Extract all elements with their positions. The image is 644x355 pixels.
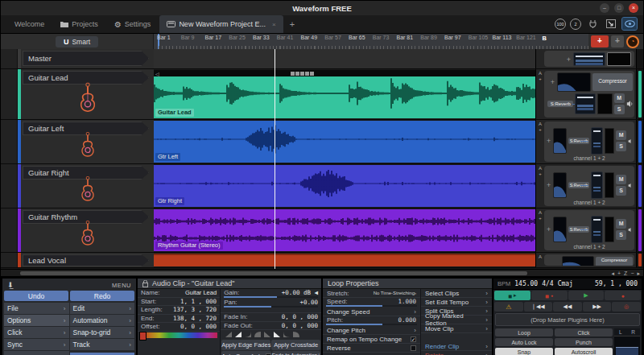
automation-icon[interactable]: A bbox=[539, 166, 542, 171]
master-volume-plugin[interactable] bbox=[573, 52, 605, 66]
zoom-controls[interactable]: ◂ + Z − ▸ bbox=[612, 270, 641, 277]
zoom-out-icon[interactable]: − bbox=[630, 270, 634, 277]
menu-edit[interactable]: Edit› bbox=[70, 303, 135, 314]
master-lane[interactable] bbox=[154, 49, 535, 68]
snap-toggle[interactable]: Snap bbox=[495, 348, 553, 355]
track-row-guitar-rhythm[interactable]: Guitar Rhythm Rhythm Guitar (Stereo) A+ bbox=[1, 208, 643, 253]
zoom-fit-icon[interactable]: Z bbox=[624, 270, 627, 277]
tab-settings[interactable]: ⚙ Settings bbox=[107, 15, 159, 33]
clip-name-field[interactable]: Name:Guitar Lead bbox=[138, 289, 220, 298]
tab-welcome[interactable]: Welcome bbox=[7, 15, 52, 33]
track-name-chip[interactable]: Lead Vocal bbox=[23, 254, 149, 266]
clip-lead-vocal[interactable] bbox=[154, 254, 535, 266]
return-to-start-button[interactable]: ❘◀◀ bbox=[524, 302, 553, 312]
apply-crossfade-button[interactable]: Apply Crossfade bbox=[271, 340, 320, 350]
clip-start-field[interactable]: Start:1, 1 , 000 bbox=[138, 298, 220, 307]
track-row-guitar-lead[interactable]: Guitar Lead ◁ Guitar Lead A+ bbox=[1, 69, 643, 120]
clip-gtr-right[interactable]: Gtr Right bbox=[154, 165, 535, 207]
level-curve-plugin[interactable] bbox=[553, 217, 566, 242]
add-plugin-icon[interactable]: + bbox=[546, 225, 551, 233]
stop-record-button[interactable]: ◼● bbox=[531, 291, 568, 300]
checkbox-checked-icon[interactable]: ✓ bbox=[411, 336, 416, 342]
counter-gauge[interactable]: 2 bbox=[570, 19, 581, 30]
render-clip-button[interactable]: Render Clip› bbox=[421, 342, 492, 351]
solo-button[interactable]: S bbox=[616, 186, 626, 196]
click-toggle[interactable]: Click bbox=[555, 328, 613, 336]
loop-toggle[interactable]: Loop bbox=[495, 328, 553, 336]
volume-plugin[interactable] bbox=[591, 216, 603, 243]
gain-slider[interactable] bbox=[224, 296, 318, 298]
reverse-checkbox[interactable]: Reverse bbox=[323, 344, 420, 353]
mute-button[interactable]: M bbox=[616, 219, 626, 229]
redo-button[interactable]: Redo bbox=[70, 291, 134, 301]
level-curve-plugin[interactable] bbox=[562, 256, 594, 266]
menu-automation[interactable]: Automation› bbox=[70, 315, 135, 326]
scroll-right-icon[interactable]: ▸ bbox=[637, 270, 640, 277]
solo-button[interactable]: S bbox=[616, 142, 626, 151]
clip-toolbar-icons[interactable] bbox=[291, 72, 314, 76]
clip-rhythm-guitar[interactable]: Rhythm Guitar (Stereo) bbox=[154, 209, 535, 251]
close-button[interactable]: × bbox=[629, 3, 638, 13]
clip-header-bar[interactable]: ◁ bbox=[154, 70, 535, 76]
volume-plugin[interactable] bbox=[575, 93, 595, 114]
compressor-plugin[interactable]: Compressor bbox=[596, 257, 633, 266]
menu-snap-to-grid[interactable]: Snap-to-grid› bbox=[70, 327, 135, 338]
warning-icon[interactable]: ⚠ bbox=[494, 302, 523, 312]
rewind-button[interactable]: ◀◀ bbox=[553, 302, 582, 312]
checkbox-icon[interactable] bbox=[411, 345, 416, 351]
speaker-icon[interactable] bbox=[628, 182, 633, 189]
remap-checkbox[interactable]: Remap on Tempo Change✓ bbox=[323, 335, 420, 344]
level-curve-plugin[interactable] bbox=[553, 128, 566, 154]
volume-plugin[interactable] bbox=[591, 127, 603, 155]
select-clips-button[interactable]: Select Clips› bbox=[421, 289, 492, 298]
clip-offset-field[interactable]: Offset:0, 0 , 000 bbox=[138, 323, 220, 332]
horizontal-scrollbar[interactable]: ◂ + Z − ▸ bbox=[1, 269, 643, 276]
pitch-field[interactable]: Pitch:0.000 bbox=[323, 316, 420, 324]
clip-length-field[interactable]: Length:137, 3 , 720 bbox=[138, 306, 220, 315]
track-row-guitar-left[interactable]: Guitar Left Gtr Left A+ + bbox=[1, 120, 643, 164]
set-edit-tempo-button[interactable]: Set Edit Tempo› bbox=[421, 298, 492, 307]
auto-crossfade-checkbox[interactable]: Auto Crossfade bbox=[221, 351, 271, 355]
change-speed-button[interactable]: Change Speed› bbox=[323, 308, 420, 316]
add-icon[interactable]: + bbox=[539, 127, 542, 132]
track-name-chip[interactable]: Master bbox=[23, 51, 149, 66]
smart-tool-button[interactable]: U Smart bbox=[56, 36, 98, 47]
maximize-button[interactable]: □ bbox=[614, 3, 624, 13]
tab-projects[interactable]: Projects bbox=[53, 15, 105, 33]
reverb-plugin[interactable]: S:Reverb bbox=[568, 182, 589, 188]
resize-icon[interactable] bbox=[604, 18, 618, 30]
menu-file[interactable]: File› bbox=[4, 303, 69, 314]
pan-field[interactable]: Pan:+0.00 bbox=[221, 299, 321, 306]
speed-field[interactable]: Speed:1.000 bbox=[323, 298, 420, 305]
menu-options[interactable]: Options› bbox=[4, 315, 69, 326]
key-signature[interactable]: Cmaj bbox=[558, 280, 573, 287]
automation-icon[interactable]: A bbox=[539, 71, 542, 76]
pan-slider[interactable] bbox=[224, 306, 318, 308]
timeline-ruler[interactable]: Bar 1 Bar 9 Bar 17 Bar 25 Bar 33 Bar 41 … bbox=[154, 34, 588, 49]
fade-shape-icons[interactable] bbox=[221, 330, 321, 339]
pitch-slider[interactable] bbox=[326, 324, 417, 325]
automation-icon[interactable]: A bbox=[539, 254, 542, 259]
fast-forward-button[interactable]: ▶▶ bbox=[583, 302, 612, 312]
lead-vocal-lane[interactable] bbox=[154, 253, 535, 267]
autoscroll-toggle[interactable]: Autoscroll bbox=[555, 348, 613, 355]
reverb-plugin[interactable]: S:Reverb bbox=[547, 101, 573, 107]
track-row-guitar-right[interactable]: Guitar Right Gtr Right A+ + bbox=[1, 164, 643, 208]
menu-sync[interactable]: Sync› bbox=[4, 339, 69, 350]
punch-toggle[interactable]: Punch bbox=[555, 338, 613, 346]
add-plugin-icon[interactable]: + bbox=[550, 78, 555, 86]
track-row-lead-vocal[interactable]: Lead Vocal A Compressor bbox=[1, 253, 643, 268]
level-curve-plugin[interactable] bbox=[557, 72, 591, 92]
compressor-plugin[interactable]: Compressor bbox=[592, 73, 633, 91]
time-signature[interactable]: 4/4 bbox=[542, 280, 553, 287]
track-header-guitar-lead[interactable]: Guitar Lead bbox=[1, 69, 154, 119]
cpu-gauge[interactable]: 100 bbox=[555, 19, 566, 30]
tab-project[interactable]: New Waveform Project E... × bbox=[159, 15, 283, 33]
solo-button[interactable]: S bbox=[616, 230, 626, 240]
playhead-position[interactable]: 59, 1 , 000 bbox=[595, 280, 638, 287]
play-stop-button[interactable]: ◼▸ bbox=[494, 291, 530, 300]
volume-plugin[interactable] bbox=[591, 171, 603, 199]
record-button[interactable]: ● bbox=[605, 291, 641, 300]
add-plugin-icon[interactable]: + bbox=[546, 137, 551, 145]
track-row-master[interactable]: Master + bbox=[1, 49, 643, 69]
